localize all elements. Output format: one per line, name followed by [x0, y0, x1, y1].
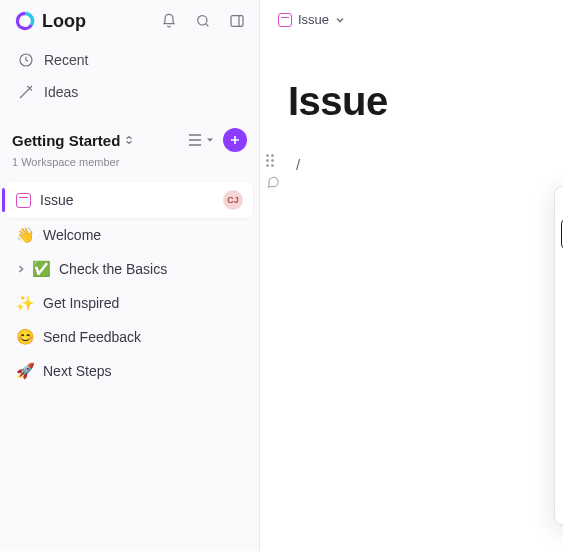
list-icon: [187, 133, 205, 147]
svg-point-0: [198, 16, 207, 25]
rocket-icon: 🚀: [16, 362, 34, 380]
sort-icon: [124, 135, 134, 145]
issue-icon: [16, 193, 31, 208]
app-name: Loop: [42, 11, 86, 32]
sidebar-item-label: Issue: [40, 192, 73, 208]
wave-icon: 👋: [16, 226, 34, 244]
nav-ideas-label: Ideas: [44, 84, 78, 100]
search-icon[interactable]: [195, 13, 211, 29]
loop-logo-icon: [14, 10, 36, 32]
sidebar-item-welcome[interactable]: 👋 Welcome: [6, 218, 253, 252]
view-button[interactable]: [187, 133, 215, 147]
page-list: Issue CJ 👋 Welcome ✅ Check the Basics ✨ …: [0, 176, 259, 394]
drag-handle-icon[interactable]: [266, 154, 274, 167]
main: Issue Issue / General Table Checklist Bu…: [260, 0, 563, 551]
workspace-header[interactable]: Getting Started: [0, 114, 259, 156]
add-button[interactable]: [223, 128, 247, 152]
nav-ideas[interactable]: Ideas: [0, 76, 259, 108]
insert-menu: General Table Checklist Bulleted list Nu…: [554, 186, 563, 525]
slash-line[interactable]: /: [288, 154, 535, 175]
sidebar-item-label: Get Inspired: [43, 295, 119, 311]
menu-section-label: General: [555, 195, 563, 217]
page-content: Issue /: [260, 39, 563, 175]
chevron-down-icon: [205, 135, 215, 145]
check-icon: ✅: [32, 260, 50, 278]
chevron-down-icon: [335, 15, 345, 25]
chevron-right-icon: [16, 264, 26, 274]
breadcrumb-label: Issue: [298, 12, 329, 27]
app-logo[interactable]: Loop: [14, 10, 86, 32]
workspace-subtitle: 1 Workspace member: [0, 156, 259, 176]
pen-icon: [18, 84, 34, 100]
sidebar-item-inspired[interactable]: ✨ Get Inspired: [6, 286, 253, 320]
breadcrumb[interactable]: Issue: [260, 0, 563, 39]
issue-icon: [278, 13, 292, 27]
comment-icon[interactable]: [266, 175, 280, 189]
sidebar-item-label: Check the Basics: [59, 261, 167, 277]
page-title[interactable]: Issue: [288, 79, 535, 124]
sidebar: Loop Recent Ideas Getting Started: [0, 0, 260, 551]
sparkle-icon: ✨: [16, 294, 34, 312]
sidebar-item-issue[interactable]: Issue CJ: [6, 182, 253, 218]
block-gutter: [266, 154, 280, 189]
page-body[interactable]: /: [288, 124, 535, 175]
svg-rect-1: [231, 16, 243, 27]
sidebar-item-feedback[interactable]: 😊 Send Feedback: [6, 320, 253, 354]
clock-icon: [18, 52, 34, 68]
sidebar-header: Loop: [0, 0, 259, 38]
menu-section-label: Text styles: [555, 468, 563, 490]
smile-icon: 😊: [16, 328, 34, 346]
workspace-title: Getting Started: [12, 132, 120, 149]
nav-recent[interactable]: Recent: [0, 44, 259, 76]
top-nav: Recent Ideas: [0, 38, 259, 114]
plus-icon: [229, 134, 241, 146]
sidebar-item-label: Welcome: [43, 227, 101, 243]
sidebar-item-basics[interactable]: ✅ Check the Basics: [6, 252, 253, 286]
nav-recent-label: Recent: [44, 52, 88, 68]
sidebar-item-next[interactable]: 🚀 Next Steps: [6, 354, 253, 388]
sidebar-item-label: Next Steps: [43, 363, 111, 379]
panel-icon[interactable]: [229, 13, 245, 29]
avatar: CJ: [223, 190, 243, 210]
sidebar-item-label: Send Feedback: [43, 329, 141, 345]
notifications-icon[interactable]: [161, 13, 177, 29]
